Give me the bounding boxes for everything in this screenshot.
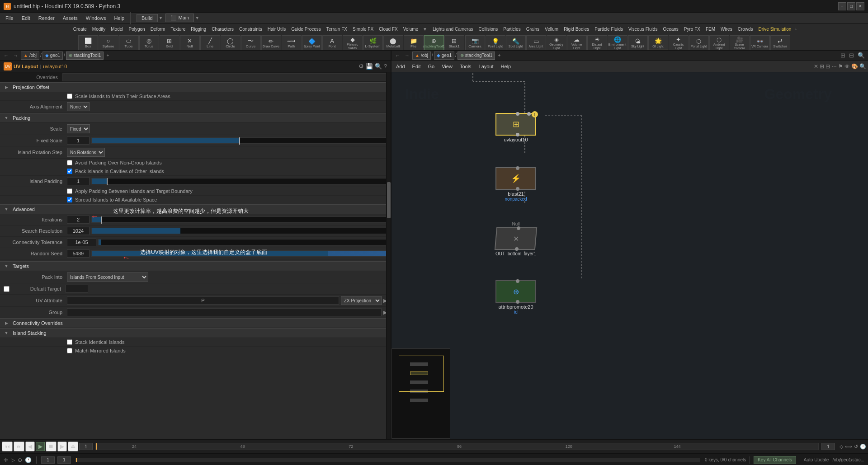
packing-section-header[interactable]: ▼ Packing [0, 113, 391, 123]
right-path-add[interactable]: + [498, 53, 500, 58]
random-seed-slider[interactable] [91, 250, 387, 257]
projection-offset-section[interactable]: ▶ Projection Offset [0, 82, 391, 92]
timeline-ruler[interactable]: 24 48 72 96 120 144 [95, 443, 819, 450]
search-resolution-input[interactable] [67, 227, 90, 235]
tool-volume-light[interactable]: ☁Volume Light [567, 35, 587, 51]
tool-platonic[interactable]: ◆Platonic Solids [343, 35, 363, 51]
menu-help[interactable]: Help [110, 14, 128, 22]
tool-camera[interactable]: 📷Camera [465, 35, 485, 51]
menu-windows[interactable]: Windows [82, 14, 110, 22]
tool-scene-camera[interactable]: 🎥Scene Camera [730, 35, 750, 51]
group-input[interactable] [67, 308, 382, 316]
tool-box[interactable]: ⬜Box [78, 35, 98, 51]
timeline-icon-loop[interactable]: ↺ [854, 444, 858, 450]
minimize-button[interactable]: − [838, 2, 846, 10]
shelf-create[interactable]: Create [71, 26, 89, 32]
status-frame-step[interactable] [57, 456, 71, 464]
tool-portal-light[interactable]: ⬡Portal Light [689, 35, 709, 51]
timeline-icon-range[interactable]: ⟺ [845, 444, 852, 450]
scale-select[interactable]: Fixed [67, 124, 90, 133]
tool-sky-light[interactable]: 🌤Sky Light [628, 35, 648, 51]
fixed-scale-input[interactable] [67, 136, 90, 145]
connectivity-tolerance-slider[interactable] [98, 239, 387, 245]
default-target-checkbox[interactable] [4, 286, 9, 292]
nav-forward[interactable]: → [11, 53, 20, 58]
shelf-texture[interactable]: Texture [168, 26, 188, 32]
island-padding-slider[interactable] [91, 178, 387, 184]
fixed-scale-slider[interactable] [91, 137, 387, 144]
uvlayout-zoom-icon[interactable]: 🔍 [375, 63, 382, 70]
shelf-more[interactable]: ▼ [423, 27, 427, 32]
tool-env-light[interactable]: 🌐Environment Light [608, 35, 627, 51]
status-icon-clock2[interactable]: 🕐 [25, 457, 32, 463]
tool-torus[interactable]: ◎Torus [139, 35, 159, 51]
node-attribpromote20[interactable]: ⊕ attribpromote20 id [495, 280, 536, 315]
shelf-collisions[interactable]: Collisions [476, 26, 500, 32]
tool-switcher[interactable]: ⇄Switcher [770, 35, 790, 51]
right-path-geo1[interactable]: ◆ geo1 [434, 52, 454, 60]
menu-edit[interactable]: Edit [410, 63, 424, 70]
apply-padding-checkbox[interactable] [67, 188, 72, 194]
island-stacking-section[interactable]: ▼ Island Stacking [0, 328, 391, 338]
shelf-rigid-bodies[interactable]: Rigid Bodies [561, 26, 591, 32]
menu-layout[interactable]: Layout [476, 63, 496, 70]
scale-islands-checkbox[interactable] [67, 94, 72, 99]
iterations-slider[interactable] [91, 216, 387, 223]
shelf-oceans[interactable]: Oceans [660, 26, 680, 32]
tool-vr-camera[interactable]: 👓VR Camera [750, 35, 770, 51]
menu-render[interactable]: Render [35, 14, 58, 22]
tool-metaball[interactable]: ⬤Metaball [383, 35, 403, 51]
default-target-input[interactable] [66, 285, 88, 293]
node-uvlayout10[interactable]: ⊞ ! uvlayout10 [495, 113, 536, 142]
shelf-hair-utils[interactable]: Hair Utils [265, 26, 288, 32]
status-icon-pan[interactable]: ⊙ [18, 457, 22, 463]
menu-go[interactable]: Go [425, 63, 438, 70]
tool-distant-light[interactable]: ☀Distant Light [587, 35, 607, 51]
path-add[interactable]: + [106, 53, 109, 58]
search-resolution-slider[interactable] [91, 228, 387, 234]
menu-tools[interactable]: Tools [457, 63, 474, 70]
timeline-next-frame[interactable]: ▶ [57, 442, 67, 451]
timeline-stop[interactable]: ⏹ [46, 442, 57, 451]
ng-icon-flag[interactable]: ⚑ [838, 63, 843, 70]
uvlayout-help-icon[interactable]: ? [384, 63, 387, 70]
ng-icon-color[interactable]: 🎨 [851, 63, 858, 70]
right-path-stacking[interactable]: ⊕ stackingTool1 [458, 52, 495, 60]
shelf-modify[interactable]: Modify [90, 26, 108, 32]
spread-islands-checkbox[interactable] [67, 197, 72, 202]
menu-view[interactable]: View [439, 63, 455, 70]
timeline-icon-clock[interactable]: 🕐 [860, 444, 866, 450]
stack-identical-checkbox[interactable] [67, 339, 72, 345]
timeline-rec[interactable]: ⏏ [68, 442, 78, 451]
advanced-section-header[interactable]: ▼ Advanced [0, 204, 391, 214]
tool-grid[interactable]: ⊞Grid [160, 35, 179, 51]
shelf-characters[interactable]: Characters [209, 26, 236, 32]
random-seed-input[interactable] [67, 249, 90, 258]
menu-help-ng[interactable]: Help [498, 63, 514, 70]
tool-sphere[interactable]: ○Sphere [99, 35, 118, 51]
shelf-terrain-fx[interactable]: Terrain FX [324, 26, 349, 32]
shelf-guide-process[interactable]: Guide Process [289, 26, 323, 32]
tool-area-light[interactable]: ▭Area Light [526, 35, 546, 51]
maximize-button[interactable]: □ [847, 2, 855, 10]
timeline-next-key[interactable]: ⏭ [14, 442, 24, 451]
tool-caustic-light[interactable]: ✦Caustic Light [669, 35, 689, 51]
tool-circle[interactable]: ◯Circle [221, 35, 241, 51]
nav-back[interactable]: ← [2, 53, 10, 58]
shelf-particles[interactable]: Particles [501, 26, 523, 32]
connectivity-tolerance-input[interactable] [67, 238, 96, 246]
tool-null[interactable]: ✕Null [180, 35, 200, 51]
tool-ambient-light[interactable]: ◌Ambient Light [709, 35, 729, 51]
match-mirrored-checkbox[interactable] [67, 348, 72, 353]
menu-add[interactable]: Add [393, 63, 408, 70]
shelf-simple-fx[interactable]: Simple FX [350, 26, 376, 32]
iterations-input[interactable] [67, 216, 90, 224]
right-nav-forward[interactable]: → [403, 53, 411, 58]
close-button[interactable]: × [856, 2, 864, 10]
main-button[interactable]: ⬛ Main [165, 14, 194, 22]
tool-curve[interactable]: 〜Curve [241, 35, 261, 51]
ng-icon-eye[interactable]: 👁 [844, 63, 850, 70]
shelf-fem[interactable]: FEM [703, 26, 717, 32]
connectivity-overrides-section[interactable]: ▶ Connectivity Overrides [0, 318, 391, 328]
node-blast21[interactable]: ⚡ blast21 nonpacked [495, 167, 536, 202]
